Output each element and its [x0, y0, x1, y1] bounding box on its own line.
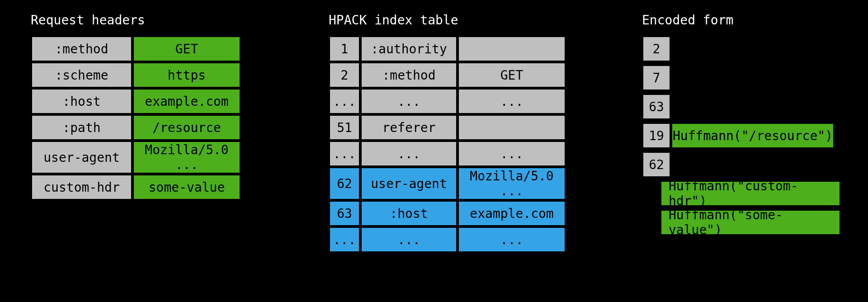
encoded-index: 19: [642, 123, 671, 149]
index-number: ...: [329, 226, 360, 253]
encoded-huffman: Huffmann("custom-hdr"): [660, 180, 841, 207]
header-value: https: [132, 62, 241, 88]
header-value: GET: [132, 36, 241, 62]
index-value: GET: [458, 62, 566, 88]
encoded-row: 62: [642, 151, 841, 178]
index-value: Mozilla/5.0 ...: [458, 167, 566, 200]
table-row: :hostexample.com: [31, 88, 241, 114]
index-value: [458, 36, 566, 62]
table-row: :path/resource: [31, 114, 241, 141]
index-value: ...: [458, 226, 566, 253]
encoded-row: Huffmann("some-value"): [642, 209, 841, 236]
index-name: :authority: [360, 36, 458, 62]
table-row: .........: [329, 226, 566, 253]
index-name: :method: [360, 62, 458, 88]
request-headers-panel: Request headers :methodGET :schemehttps …: [31, 13, 241, 200]
index-value: example.com: [458, 200, 566, 226]
encoded-form-panel: Encoded form 2 7 63 19 Huffmann("/resour…: [642, 13, 841, 238]
encoded-row: 19 Huffmann("/resource"): [642, 123, 841, 149]
index-name: :host: [360, 200, 458, 226]
index-name: ...: [360, 226, 458, 253]
table-row: 1:authority: [329, 36, 566, 62]
encoded-index: 2: [642, 36, 671, 62]
hpack-index-title: HPACK index table: [329, 13, 566, 28]
header-name: :scheme: [31, 62, 132, 88]
table-row: user-agentMozilla/5.0 ...: [31, 141, 241, 174]
table-row: .........: [329, 88, 566, 114]
header-value: example.com: [132, 88, 241, 114]
encoded-index: 63: [642, 94, 671, 120]
index-number: 62: [329, 167, 360, 200]
header-value: /resource: [132, 114, 241, 141]
encoded-huffman: Huffmann("/resource"): [671, 123, 835, 149]
header-value: some-value: [132, 174, 241, 200]
encoded-row: 7: [642, 65, 841, 91]
index-name: user-agent: [360, 167, 458, 200]
index-value: ...: [458, 141, 566, 167]
table-row: :methodGET: [31, 36, 241, 62]
encoded-form-title: Encoded form: [642, 13, 841, 28]
table-row: .........: [329, 141, 566, 167]
header-name: custom-hdr: [31, 174, 132, 200]
index-number: 2: [329, 62, 360, 88]
request-headers-title: Request headers: [31, 13, 241, 28]
header-name: user-agent: [31, 141, 132, 174]
index-number: 63: [329, 200, 360, 226]
table-row: 2:methodGET: [329, 62, 566, 88]
header-name: :method: [31, 36, 132, 62]
index-name: ...: [360, 88, 458, 114]
hpack-index-table: 1:authority 2:methodGET ......... 51refe…: [329, 36, 566, 253]
index-name: ...: [360, 141, 458, 167]
header-value: Mozilla/5.0 ...: [132, 141, 241, 174]
table-row: 51referer: [329, 114, 566, 141]
index-value: ...: [458, 88, 566, 114]
index-number: 51: [329, 114, 360, 141]
index-number: ...: [329, 88, 360, 114]
index-value: [458, 114, 566, 141]
header-name: :path: [31, 114, 132, 141]
request-headers-table: :methodGET :schemehttps :hostexample.com…: [31, 36, 241, 200]
encoded-row: Huffmann("custom-hdr"): [642, 180, 841, 207]
encoded-huffman: Huffmann("some-value"): [660, 209, 841, 236]
index-number: 1: [329, 36, 360, 62]
table-row: custom-hdrsome-value: [31, 174, 241, 200]
table-row: :schemehttps: [31, 62, 241, 88]
table-row: 63:hostexample.com: [329, 200, 566, 226]
encoded-index: 7: [642, 65, 671, 91]
encoded-row: 63: [642, 94, 841, 120]
encoded-index: 62: [642, 151, 671, 178]
encoded-row: 2: [642, 36, 841, 62]
hpack-index-panel: HPACK index table 1:authority 2:methodGE…: [329, 13, 566, 253]
header-name: :host: [31, 88, 132, 114]
table-row: 62user-agentMozilla/5.0 ...: [329, 167, 566, 200]
index-name: referer: [360, 114, 458, 141]
index-number: ...: [329, 141, 360, 167]
